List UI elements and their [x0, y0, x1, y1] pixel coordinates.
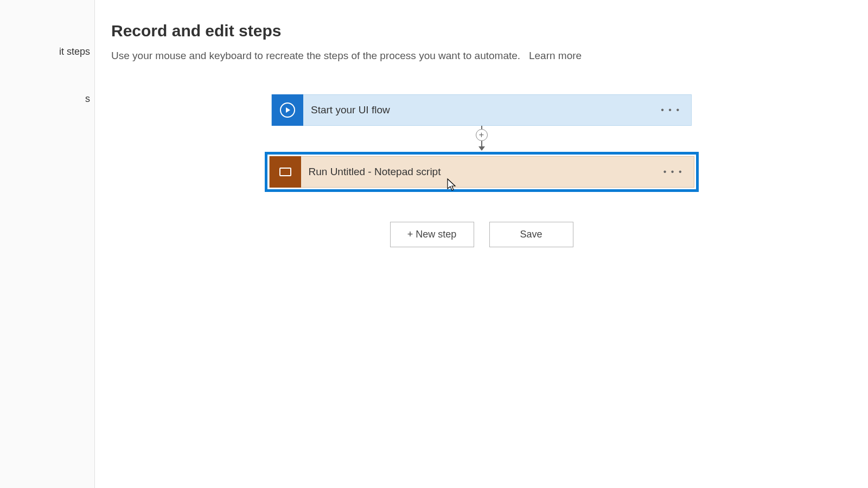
start-step-label: Start your UI flow [303, 104, 650, 116]
run-icon-box [270, 156, 301, 188]
save-button[interactable]: Save [489, 222, 573, 247]
sidebar-item-2[interactable]: s [0, 88, 94, 110]
main-content: Record and edit steps Use your mouse and… [95, 0, 868, 488]
start-step-menu-icon[interactable]: • • • [650, 105, 691, 115]
sidebar-item-edit-steps[interactable]: it steps [0, 41, 94, 63]
action-buttons-row: + New step Save [390, 222, 573, 247]
arrow-down-icon [478, 146, 485, 151]
flow-connector: + [475, 126, 489, 152]
flow-step-start[interactable]: Start your UI flow • • • [271, 94, 692, 126]
start-icon-box [272, 94, 303, 126]
new-step-button[interactable]: + New step [390, 222, 474, 247]
script-window-icon [279, 168, 291, 176]
flow-designer: Start your UI flow • • • + Run Untitled … [111, 94, 852, 247]
add-step-between-button[interactable]: + [476, 129, 488, 141]
flow-step-run-selected[interactable]: Run Untitled - Notepad script • • • [265, 152, 699, 192]
page-title: Record and edit steps [111, 22, 852, 40]
run-step-label: Run Untitled - Notepad script [301, 166, 653, 178]
learn-more-link[interactable]: Learn more [529, 50, 582, 61]
page-subtitle: Use your mouse and keyboard to recreate … [111, 50, 852, 62]
play-reload-icon [280, 102, 295, 118]
subtitle-text: Use your mouse and keyboard to recreate … [111, 50, 520, 61]
run-step-menu-icon[interactable]: • • • [653, 167, 694, 177]
sidebar: it steps s [0, 0, 95, 488]
